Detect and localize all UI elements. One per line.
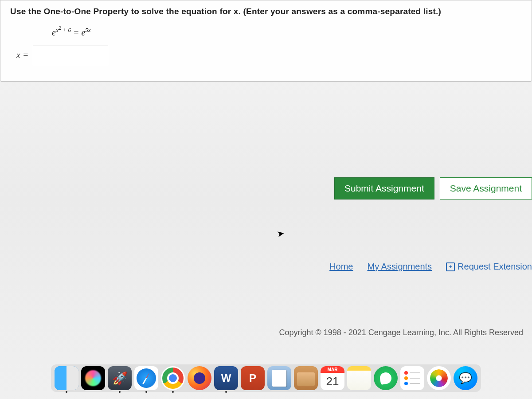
dock-reminders-icon[interactable]	[400, 366, 424, 390]
answer-row: x =	[10, 46, 523, 65]
question-equation: ex2 + 6 = e5x	[10, 19, 523, 46]
dock-messenger-icon[interactable]	[454, 366, 477, 390]
dock-firefox-icon[interactable]	[188, 366, 211, 390]
eq-exp-1: x2 + 6	[56, 27, 71, 33]
home-link[interactable]: Home	[329, 262, 353, 272]
page-wrapper: Use the One-to-One Property to solve the…	[0, 0, 532, 399]
dock-calendar-icon[interactable]: MAR 21	[321, 366, 344, 390]
eq-base-1: e	[52, 27, 56, 37]
action-buttons: Submit Assignment Save Assignment	[334, 177, 532, 200]
submit-assignment-button[interactable]: Submit Assignment	[334, 177, 434, 200]
dock-chrome-icon[interactable]	[161, 366, 185, 390]
dock-notes-icon[interactable]	[347, 366, 371, 390]
dock-photos-icon[interactable]	[427, 366, 451, 390]
plus-calendar-icon: +	[446, 262, 455, 271]
request-extension-label: Request Extension	[458, 262, 532, 272]
dock-launchpad-icon[interactable]	[108, 366, 132, 390]
question-container: Use the One-to-One Property to solve the…	[0, 0, 532, 82]
dock-word-icon[interactable]: W	[214, 366, 238, 390]
answer-label: x =	[16, 50, 28, 60]
dock-powerpoint-icon[interactable]: P	[241, 366, 265, 390]
request-extension-link[interactable]: + Request Extension	[446, 262, 532, 272]
calendar-month: MAR	[321, 366, 344, 373]
save-assignment-button[interactable]: Save Assignment	[440, 177, 532, 200]
eq-equals: =	[71, 27, 82, 37]
answer-input[interactable]	[33, 46, 108, 65]
cursor-icon: ➤	[276, 228, 286, 240]
macos-dock: W P MAR 21	[51, 364, 481, 392]
dock-safari-icon[interactable]	[134, 366, 158, 390]
copyright-text: Copyright © 1998 - 2021 Cengage Learning…	[279, 328, 523, 337]
eq-exp-2: 5x	[85, 27, 90, 33]
eq-base-2: e	[81, 27, 85, 37]
footer-nav: Home My Assignments + Request Extension	[329, 262, 532, 272]
dock-finder-icon[interactable]	[55, 366, 78, 390]
dock-preview-icon[interactable]	[267, 366, 291, 390]
question-prompt: Use the One-to-One Property to solve the…	[10, 7, 523, 16]
dock-folder-icon[interactable]	[294, 366, 318, 390]
dock-siri-icon[interactable]	[81, 366, 105, 390]
dock-whatsapp-icon[interactable]	[374, 366, 398, 390]
my-assignments-link[interactable]: My Assignments	[368, 262, 432, 272]
calendar-day: 21	[326, 373, 339, 388]
